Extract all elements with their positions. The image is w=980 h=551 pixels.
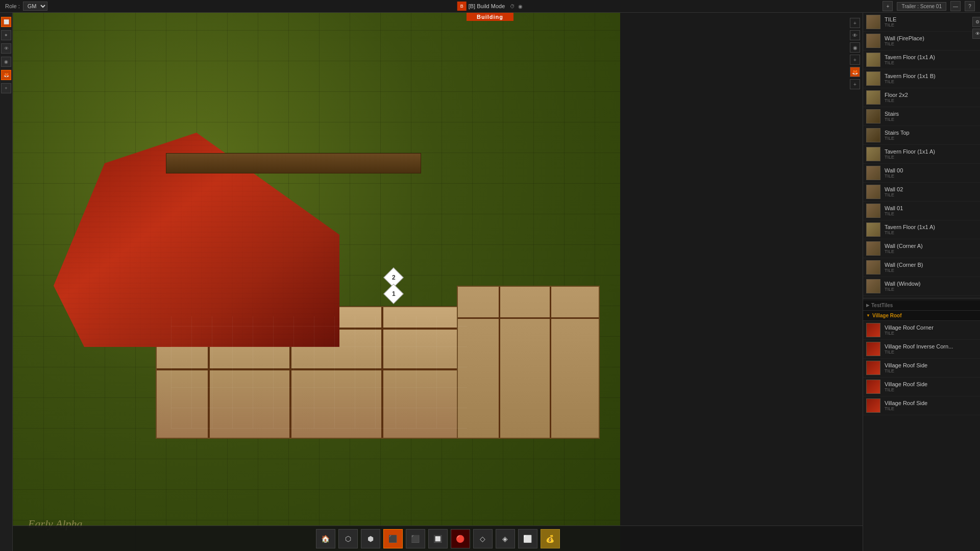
tile-info-3: Tavern Floor (1x1 B) Tile [885,73,977,84]
tile-name-4: Floor 2x2 [885,92,977,98]
role-label: Role : [5,3,20,9]
tile-info-13: Wall (Corner B) Tile [885,262,977,273]
mid-action-plus2[interactable]: + [850,55,860,65]
tile-info-0: TILE TILE [885,16,977,28]
bottom-tool-square1[interactable]: ⬛ [383,529,403,548]
tile-item-village-roof-side-3[interactable]: Village Roof Side Tile [863,396,980,415]
divider [863,298,980,298]
left-tool-star[interactable]: ✦ [1,30,11,40]
bottom-tool-square2[interactable]: ⬛ [406,529,425,548]
tile-name-10: Wall 01 [885,205,977,211]
tile-type-12: Tile [885,249,977,254]
bottom-tool-hex1[interactable]: ⬡ [338,529,358,548]
tile-type-13: Tile [885,268,977,273]
tile-info-village-roof-corner: Village Roof Corner Tile [885,324,977,336]
build-mode-icon: B [457,2,467,11]
tile-name-9: Wall 02 [885,186,977,192]
mid-action-fox[interactable]: 🦊 [850,67,860,77]
tile-item-7[interactable]: Tavern Floor (1x1 A) Tile [863,145,980,164]
role-dropdown[interactable]: GM [23,2,47,11]
help-button[interactable]: ? [965,1,975,11]
tile-thumb-5 [866,109,880,123]
sub-mode-label: Building [467,13,513,21]
tile-item-13[interactable]: Wall (Corner B) Tile [863,258,980,277]
tile-item-4[interactable]: Floor 2x2 Tile [863,88,980,107]
tile-thumb-10 [866,204,880,218]
left-tool-person[interactable]: ◉ [1,57,11,67]
add-scene-button[interactable]: + [883,1,893,11]
tile-item-10[interactable]: Wall 01 Tile [863,202,980,220]
left-tool-add[interactable]: + [1,83,11,93]
tile-type-14: Tile [885,287,977,292]
tile-name-7: Tavern Floor (1x1 A) [885,148,977,155]
tile-item-village-roof-inv-corner[interactable]: Village Roof Inverse Corn... Tile [863,340,980,359]
panel-icon-eye[interactable]: 👁 [972,29,980,39]
bottom-tool-house[interactable]: 🏠 [316,529,335,548]
left-tool-select[interactable]: ⬜ [1,17,11,27]
tile-thumb-2 [866,53,880,67]
tile-item-2[interactable]: Tavern Floor (1x1 A) Tile [863,51,980,69]
tile-item-6[interactable]: Stairs Top Tile [863,126,980,145]
tile-item-village-roof-side-2[interactable]: Village Roof Side Tile [863,378,980,396]
eye-mode-icon: ◉ [518,4,523,9]
tile-name-2: Tavern Floor (1x1 A) [885,54,977,60]
tile-item-0[interactable]: TILE TILE [863,13,980,32]
tile-item-5[interactable]: Stairs Tile [863,107,980,126]
testtiles-label: TestTiles [871,303,893,308]
mid-action-eye[interactable]: 👁 [850,30,860,40]
tile-type-2: Tile [885,60,977,65]
roof-beam [166,153,421,173]
scene-info: Trailer : Scene 01 [897,2,946,11]
minimize-button[interactable]: — [950,1,961,11]
bottom-tool-grid[interactable]: 🔲 [428,529,448,548]
tile-info-2: Tavern Floor (1x1 A) Tile [885,54,977,65]
tile-name-12: Wall (Corner A) [885,243,977,249]
mid-action-plus3[interactable]: + [850,79,860,89]
building: 2 1 [54,82,615,469]
tile-thumb-13 [866,260,880,274]
tile-item-1[interactable]: Wall (FirePlace) Tile [863,32,980,51]
bottom-tool-white[interactable]: ⬜ [518,529,537,548]
tile-type-0: TILE [885,22,977,28]
top-right-controls: + Trailer : Scene 01 — ? [883,1,980,11]
tile-name-14: Wall (Window) [885,281,977,287]
bottom-tool-diamond2[interactable]: ◈ [496,529,515,548]
tile-name-0: TILE [885,16,977,22]
bottom-tool-red[interactable]: 🔴 [451,529,470,548]
tile-info-1: Wall (FirePlace) Tile [885,35,977,46]
section-header-village-roof[interactable]: ▼ Village Roof [863,311,980,321]
left-tool-eye[interactable]: 👁 [1,43,11,54]
tile-thumb-4 [866,90,880,105]
tile-name-3: Tavern Floor (1x1 B) [885,73,977,79]
tile-item-14[interactable]: Wall (Window) Tile [863,277,980,296]
tile-item-3[interactable]: Tavern Floor (1x1 B) Tile [863,69,980,88]
mid-action-add[interactable]: + [850,18,860,28]
tile-item-11[interactable]: Tavern Floor (1x1 A) Tile [863,220,980,239]
tile-type-village-roof-side-3: Tile [885,406,977,411]
tile-info-village-roof-side-2: Village Roof Side Tile [885,381,977,392]
tile-info-6: Stairs Top Tile [885,130,977,141]
left-tool-fox[interactable]: 🦊 [1,70,11,80]
tile-thumb-6 [866,128,880,142]
bottom-tool-hex2[interactable]: ⬢ [361,529,380,548]
tile-info-10: Wall 01 Tile [885,205,977,216]
tile-thumb-0 [866,15,880,29]
right-panel: 🔍 ⚙ TILE TILE Wall (FirePlace) Tile Tave… [863,0,980,551]
section-header-testtiles[interactable]: ▶ TestTiles [863,300,980,311]
tile-thumb-12 [866,241,880,256]
tile-item-9[interactable]: Wall 02 Tile [863,183,980,202]
level-badge-1: 1 [383,284,404,304]
tile-type-10: Tile [885,211,977,216]
tile-item-8[interactable]: Wall 00 Tile [863,164,980,183]
tile-type-village-roof-corner: Tile [885,331,977,336]
mid-action-person[interactable]: ◉ [850,42,860,53]
bottom-tool-diamond[interactable]: ◇ [473,529,493,548]
top-bar: Role : GM B [B] Build Mode ⏱ ◉ + Trailer… [0,0,980,13]
tile-item-village-roof-corner[interactable]: Village Roof Corner Tile [863,321,980,340]
bottom-tool-gold[interactable]: 💰 [541,529,560,548]
tile-item-12[interactable]: Wall (Corner A) Tile [863,239,980,258]
level-badges: 2 1 [386,270,401,301]
tile-item-village-roof-side-1[interactable]: Village Roof Side Tile [863,359,980,378]
tile-name-village-roof-corner: Village Roof Corner [885,324,977,331]
panel-icon-settings[interactable]: ⚙ [972,17,980,27]
